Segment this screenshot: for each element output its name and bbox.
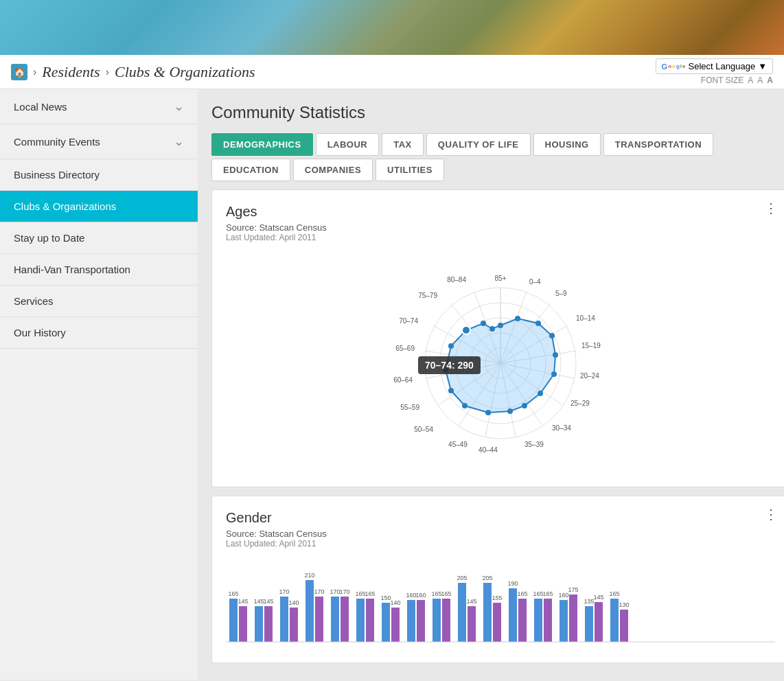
svg-text:160: 160: [406, 592, 416, 599]
svg-text:30–34: 30–34: [552, 424, 571, 432]
svg-text:5–9: 5–9: [555, 290, 567, 297]
sidebar-label-business-directory: Business Directory: [14, 169, 100, 181]
svg-text:170: 170: [314, 588, 324, 595]
tab-labour[interactable]: LABOUR: [316, 133, 380, 156]
svg-point-24: [498, 323, 503, 328]
tab-transportation[interactable]: TRANSPORTATION: [603, 133, 713, 156]
svg-rect-71: [305, 580, 314, 642]
sidebar-item-clubs-organizations[interactable]: Clubs & Organizations: [0, 191, 198, 222]
topbar: 🏠 › Residents › Clubs & Organizations Go…: [0, 55, 784, 89]
svg-text:165: 165: [355, 590, 365, 597]
svg-rect-120: [620, 610, 628, 642]
main-content: Community Statistics DEMOGRAPHICS LABOUR…: [198, 89, 784, 680]
svg-text:70–74: 70–74: [399, 317, 418, 325]
svg-text:10–14: 10–14: [576, 314, 595, 322]
svg-point-29: [551, 371, 557, 377]
tab-tax[interactable]: TAX: [382, 133, 424, 156]
svg-text:20–24: 20–24: [580, 372, 599, 380]
svg-text:165: 165: [517, 590, 527, 597]
sidebar-label-our-history: Our History: [14, 327, 66, 338]
breadcrumb-clubs[interactable]: Clubs & Organizations: [115, 63, 255, 81]
svg-text:60–64: 60–64: [393, 376, 413, 384]
sidebar-item-services[interactable]: Services: [0, 286, 198, 317]
svg-text:35–39: 35–39: [524, 441, 544, 448]
svg-rect-100: [493, 603, 501, 642]
svg-text:170: 170: [279, 588, 289, 595]
svg-text:170: 170: [339, 588, 349, 595]
svg-text:165: 165: [228, 590, 238, 597]
tab-housing[interactable]: HOUSING: [533, 133, 601, 156]
svg-text:65–69: 65–69: [395, 345, 415, 352]
tab-utilities[interactable]: UTILITIES: [376, 159, 444, 181]
svg-point-26: [535, 321, 541, 326]
svg-text:130: 130: [619, 601, 629, 608]
svg-rect-88: [417, 600, 425, 642]
select-language-button[interactable]: Google Select Language ▼: [656, 58, 773, 74]
svg-text:25–29: 25–29: [570, 400, 590, 407]
ages-chart-updated: Last Updated: April 2011: [226, 233, 775, 242]
sidebar-label-stay-up-to-date: Stay up to Date: [14, 232, 84, 244]
gender-chart-more-button[interactable]: ⋮: [764, 507, 778, 521]
sidebar-item-business-directory[interactable]: Business Directory: [0, 159, 198, 191]
svg-rect-67: [280, 597, 288, 642]
svg-text:145: 145: [238, 598, 248, 605]
breadcrumb-sep-2: ›: [106, 66, 109, 78]
topbar-right: Google Select Language ▼ FONT SIZE A A A: [656, 58, 773, 85]
gender-chart-updated: Last Updated: April 2011: [226, 539, 775, 549]
svg-rect-115: [585, 606, 593, 642]
svg-point-28: [553, 352, 558, 358]
svg-text:140: 140: [288, 599, 299, 606]
svg-rect-79: [356, 599, 365, 642]
sidebar-item-stay-up-to-date[interactable]: Stay up to Date: [0, 222, 198, 254]
ages-chart-more-button[interactable]: ⋮: [764, 201, 778, 215]
layout: Local News ⌄ Community Events ⌄ Business…: [0, 89, 784, 680]
svg-rect-83: [382, 603, 390, 642]
sidebar-item-local-news[interactable]: Local News ⌄: [0, 89, 198, 124]
banner-image: [0, 0, 784, 55]
svg-text:155: 155: [492, 595, 502, 601]
svg-rect-76: [341, 597, 349, 642]
svg-rect-119: [610, 599, 619, 642]
ages-chart-card: ⋮ Ages Source: Statscan Census Last Upda…: [211, 189, 784, 487]
svg-point-27: [549, 333, 555, 338]
home-button[interactable]: 🏠: [11, 64, 27, 80]
tab-demographics[interactable]: DEMOGRAPHICS: [211, 133, 313, 156]
ages-chart-source: Source: Statscan Census: [226, 222, 775, 233]
sidebar: Local News ⌄ Community Events ⌄ Business…: [0, 89, 198, 680]
svg-point-40: [489, 326, 495, 332]
svg-rect-95: [458, 583, 466, 642]
svg-rect-103: [509, 588, 517, 642]
font-size-large[interactable]: A: [767, 76, 773, 85]
svg-text:205: 205: [482, 575, 492, 581]
svg-text:165: 165: [431, 590, 441, 597]
svg-point-36: [443, 367, 448, 373]
svg-text:175: 175: [568, 586, 578, 593]
tab-quality-of-life[interactable]: QUALITY OF LIFE: [426, 133, 531, 156]
font-size-medium[interactable]: A: [757, 76, 763, 85]
svg-point-38: [462, 326, 470, 334]
tab-education[interactable]: EDUCATION: [211, 159, 290, 181]
svg-text:145: 145: [263, 598, 273, 605]
svg-text:75–79: 75–79: [418, 292, 437, 299]
sidebar-item-community-events[interactable]: Community Events ⌄: [0, 124, 198, 159]
svg-text:160: 160: [558, 592, 568, 599]
svg-rect-104: [518, 599, 527, 642]
sidebar-label-community-events: Community Events: [14, 136, 100, 148]
svg-point-37: [448, 343, 454, 349]
svg-point-39: [481, 321, 486, 326]
ages-radar-chart: 85+ 0–4 5–9 10–14 15–19 20–24 25–29: [226, 253, 775, 473]
svg-text:165: 165: [365, 590, 375, 597]
tabs-row-2: EDUCATION COMPANIES UTILITIES: [211, 159, 784, 181]
svg-rect-63: [255, 606, 263, 642]
svg-rect-80: [366, 599, 374, 642]
sidebar-item-our-history[interactable]: Our History: [0, 317, 198, 349]
svg-text:45–49: 45–49: [448, 441, 468, 448]
gender-chart-card: ⋮ Gender Source: Statscan Census Last Up…: [211, 496, 784, 663]
sidebar-item-handi-van[interactable]: Handi-Van Transportation: [0, 254, 198, 286]
breadcrumb-residents[interactable]: Residents: [42, 63, 100, 81]
sidebar-label-local-news: Local News: [14, 101, 67, 113]
svg-text:170: 170: [330, 588, 340, 595]
svg-point-25: [515, 316, 520, 321]
tab-companies[interactable]: COMPANIES: [293, 159, 373, 181]
font-size-small[interactable]: A: [748, 76, 753, 85]
